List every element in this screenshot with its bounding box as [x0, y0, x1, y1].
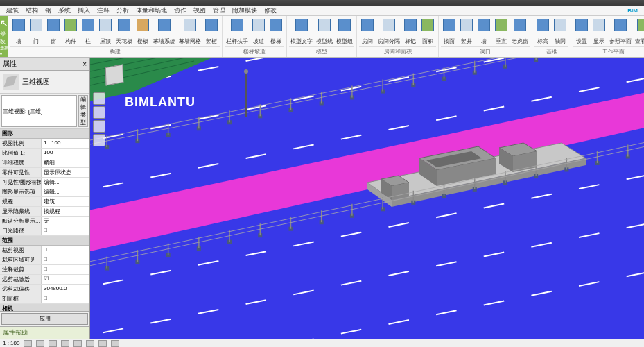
menu-item[interactable]: 系统 — [55, 6, 74, 15]
instance-selector[interactable] — [1, 95, 77, 127]
detail-level-icon[interactable] — [24, 340, 32, 347]
tool-icon — [338, 19, 351, 31]
ribbon-老虎窗-button[interactable]: 老虎窗 — [510, 17, 530, 46]
property-row[interactable]: 注释裁剪□ — [0, 265, 89, 275]
property-row[interactable]: 远剪裁偏移304800.0 — [0, 285, 89, 294]
shadows-icon[interactable] — [61, 340, 69, 347]
ribbon-显示-button[interactable]: 显示 — [591, 17, 607, 46]
hide-isolate-icon[interactable] — [98, 340, 107, 347]
ribbon-模型组-button[interactable]: 模型组 — [335, 17, 354, 46]
modify-tab[interactable]: ↖ 修改 选择 ▾ — [0, 16, 8, 57]
ribbon-柱-button[interactable]: 柱 — [80, 17, 96, 46]
ribbon-标记-button[interactable]: 标记 — [402, 17, 419, 46]
visual-style-icon[interactable] — [36, 340, 44, 347]
ribbon-栏杆扶手-button[interactable]: 栏杆扶手 — [225, 17, 250, 46]
property-row[interactable]: 视图比例1 : 100 — [0, 139, 89, 149]
menu-item[interactable]: 分析 — [113, 6, 132, 15]
tool-icon — [205, 19, 218, 31]
svg-line-4 — [90, 217, 644, 339]
ribbon-幕墙系统-button[interactable]: 幕墙系统 — [152, 17, 177, 46]
ribbon-轴网-button[interactable]: 轴网 — [552, 17, 568, 46]
view-cube[interactable] — [101, 62, 129, 90]
ribbon-group-title: 构建 — [10, 46, 220, 56]
property-row[interactable]: 比例值 1:100 — [0, 149, 89, 158]
tool-icon — [637, 19, 644, 31]
property-row[interactable]: 远剪裁激活☑ — [0, 275, 89, 285]
ribbon-标高-button[interactable]: 标高 — [534, 17, 551, 46]
ribbon-墙-button[interactable]: 墙 — [10, 17, 27, 46]
menu-item[interactable]: 附加模块 — [229, 6, 261, 15]
tool-icon — [537, 19, 549, 31]
ribbon-楼板-button[interactable]: 楼板 — [134, 17, 151, 46]
nav-wheel-icon[interactable] — [93, 92, 105, 105]
close-icon[interactable]: × — [82, 60, 87, 68]
pan-icon[interactable] — [93, 106, 105, 119]
menu-item[interactable]: 修改 — [261, 6, 280, 15]
ribbon-楼梯-button[interactable]: 楼梯 — [268, 17, 284, 46]
ribbon-设置-button[interactable]: 设置 — [573, 17, 590, 46]
ribbon-天花板-button[interactable]: 天花板 — [114, 17, 134, 46]
ribbon-幕墙网格-button[interactable]: 幕墙网格 — [177, 17, 202, 46]
rendering-icon[interactable] — [73, 340, 82, 347]
crop-icon[interactable] — [86, 340, 94, 347]
zoom-icon[interactable] — [93, 120, 105, 133]
ribbon-垂直-button[interactable]: 垂直 — [493, 17, 510, 46]
ribbon-构件-button[interactable]: 构件 — [62, 17, 79, 46]
edit-type-button[interactable]: 编辑类型 — [78, 95, 88, 127]
property-category[interactable]: 范围 — [0, 236, 89, 246]
view-scale[interactable]: 1 : 100 — [3, 340, 19, 346]
property-category[interactable]: 图形 — [0, 129, 89, 139]
menu-item[interactable]: 建筑 — [3, 6, 22, 15]
sun-path-icon[interactable] — [49, 340, 57, 347]
ribbon-墙-button[interactable]: 墙 — [476, 17, 492, 46]
property-row[interactable]: 裁剪视图□ — [0, 246, 89, 255]
viewport-nav-bar — [93, 92, 105, 146]
property-row[interactable]: 可见性/图形替换编辑... — [0, 178, 89, 187]
type-selector[interactable]: 三维视图 — [0, 71, 89, 94]
property-row[interactable]: 零件可见性显示原状态 — [0, 168, 89, 178]
ribbon-参照平面-button[interactable]: 参照平面 — [608, 17, 633, 46]
property-row[interactable]: 图形显示选项编辑... — [0, 187, 89, 197]
tool-icon — [270, 19, 282, 31]
menu-item[interactable]: 插入 — [74, 6, 94, 15]
tool-icon — [495, 19, 507, 31]
tool-icon — [231, 19, 243, 31]
property-row[interactable]: 剖面框□ — [0, 294, 89, 304]
ribbon-模型文字-button[interactable]: 模型文字 — [289, 17, 314, 46]
property-row[interactable]: 默认分析显示...无 — [0, 217, 89, 226]
property-row[interactable]: 详细程度精细 — [0, 158, 89, 168]
property-row[interactable]: 显示隐藏线按规程 — [0, 207, 89, 217]
menu-bar: 建筑 结构 钢 系统 插入 注释 分析 体量和场地 协作 视图 管理 附加模块 … — [0, 6, 644, 16]
ribbon-面积-button[interactable]: 面积 — [419, 17, 436, 46]
ribbon-竖梃-button[interactable]: 竖梃 — [203, 17, 220, 46]
menu-item[interactable]: 钢 — [42, 6, 55, 15]
ribbon-门-button[interactable]: 门 — [28, 17, 44, 46]
tool-icon — [478, 19, 490, 31]
ribbon-查看器-button[interactable]: 查看器 — [634, 17, 644, 46]
property-row[interactable]: 规程建筑 — [0, 197, 89, 207]
menu-item[interactable]: 结构 — [22, 6, 42, 15]
orbit-icon[interactable] — [93, 134, 105, 146]
property-row[interactable]: 日光路径□ — [0, 226, 89, 236]
tool-icon — [295, 19, 308, 31]
ribbon-窗-button[interactable]: 窗 — [45, 17, 62, 46]
menu-item[interactable]: 管理 — [209, 6, 229, 15]
property-row[interactable]: 裁剪区域可见□ — [0, 255, 89, 265]
menu-item[interactable]: 注释 — [94, 6, 113, 15]
menu-item[interactable]: 视图 — [190, 6, 209, 15]
ribbon-group-title: 工作平面 — [573, 46, 644, 56]
ribbon-竖井-button[interactable]: 竖井 — [458, 17, 475, 46]
menu-item[interactable]: 体量和场地 — [132, 6, 171, 15]
properties-help-link[interactable]: 属性帮助 — [0, 326, 89, 339]
ribbon-房间-button[interactable]: 房间 — [359, 17, 376, 46]
ribbon-坡道-button[interactable]: 坡道 — [250, 17, 267, 46]
ribbon-模型线-button[interactable]: 模型线 — [315, 17, 334, 46]
ribbon-房间分隔-button[interactable]: 房间分隔 — [376, 17, 401, 46]
ribbon-屋顶-button[interactable]: 屋顶 — [97, 17, 114, 46]
property-category[interactable]: 相机 — [0, 304, 89, 311]
3d-viewport[interactable]: BIMLANTU — [90, 58, 644, 339]
apply-button[interactable]: 应用 — [1, 313, 88, 325]
ribbon-按面-button[interactable]: 按面 — [441, 17, 458, 46]
reveal-hidden-icon[interactable] — [111, 340, 119, 347]
menu-item[interactable]: 协作 — [171, 6, 190, 15]
